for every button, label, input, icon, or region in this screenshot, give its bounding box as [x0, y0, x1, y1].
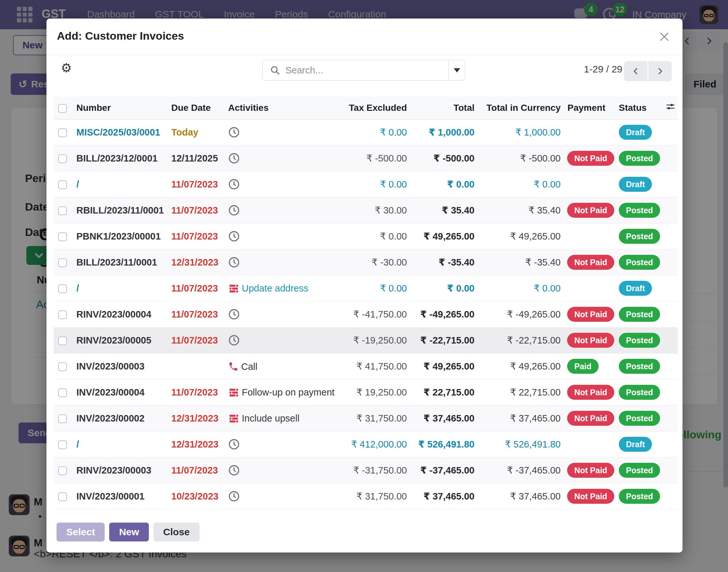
row-checkbox[interactable]	[58, 362, 67, 371]
activity-list-icon[interactable]	[228, 387, 239, 398]
search-input[interactable]	[285, 65, 448, 76]
table-row[interactable]: RINV/2023/0000311/07/2023₹ -31,750.00₹ -…	[54, 457, 678, 483]
column-header-status[interactable]: Status	[614, 96, 663, 119]
due-date: 11/07/2023	[171, 231, 218, 241]
table-row[interactable]: /12/31/2023₹ 412,000.00₹ 526,491.80₹ 526…	[54, 431, 678, 457]
activity-clock-icon[interactable]	[228, 152, 240, 164]
invoice-number-link[interactable]: RINV/2023/00003	[76, 465, 151, 476]
activity-clock-icon[interactable]	[228, 178, 240, 190]
total-amount: ₹ -22,715.00	[407, 327, 475, 353]
new-button[interactable]: New	[109, 522, 149, 542]
column-header-total[interactable]: Total	[407, 96, 475, 119]
activity-label[interactable]: Follow-up on payment	[242, 387, 335, 398]
activity-clock-icon[interactable]	[228, 438, 240, 450]
total-amount: ₹ 35.40	[407, 197, 475, 223]
activity-clock-icon[interactable]	[228, 308, 240, 320]
activity-clock-icon[interactable]	[228, 127, 240, 138]
table-row[interactable]: /11/07/2023Update address₹ 0.00₹ 0.00₹ 0…	[54, 275, 678, 301]
row-checkbox[interactable]	[58, 467, 67, 475]
invoice-number-link[interactable]: /	[76, 283, 79, 293]
activity-clock-icon[interactable]	[228, 335, 240, 346]
activity-phone-icon[interactable]	[228, 361, 238, 372]
table-row[interactable]: INV/2023/0000212/31/2023Include upsell₹ …	[54, 405, 678, 431]
select-button[interactable]: Select	[57, 522, 105, 542]
invoice-table: Number Due Date Activities Tax Excluded …	[54, 96, 678, 510]
column-header-tax-excluded[interactable]: Tax Excluded	[336, 96, 407, 119]
activity-list-icon[interactable]	[228, 283, 239, 294]
table-row[interactable]: INV/2023/00003Call₹ 41,750.00₹ 49,265.00…	[54, 353, 678, 379]
table-row[interactable]: RINV/2023/0000511/07/2023₹ -19,250.00₹ -…	[54, 327, 678, 353]
invoice-number-link[interactable]: INV/2023/00003	[76, 361, 145, 371]
row-checkbox[interactable]	[58, 336, 67, 345]
invoice-number-link[interactable]: INV/2023/00004	[76, 387, 145, 398]
invoice-number-link[interactable]: RINV/2023/00005	[76, 335, 151, 346]
status-badge: Posted	[619, 359, 660, 374]
table-row[interactable]: BILL/2023/11/000112/31/2023₹ -30.00₹ -35…	[54, 249, 678, 275]
search-options-toggle[interactable]	[448, 60, 465, 80]
row-checkbox[interactable]	[58, 206, 67, 215]
activity-label[interactable]: Update address	[242, 283, 308, 293]
column-header-payment[interactable]: Payment	[561, 96, 614, 119]
table-row[interactable]: /11/07/2023₹ 0.00₹ 0.00₹ 0.00Draft	[54, 171, 678, 197]
table-row[interactable]: MISC/2025/03/0001Today₹ 0.00₹ 1,000.00₹ …	[54, 119, 678, 145]
row-checkbox[interactable]	[58, 284, 67, 293]
invoice-number-link[interactable]: PBNK1/2023/00001	[76, 231, 161, 241]
invoice-number-link[interactable]: RBILL/2023/11/0001	[76, 205, 164, 215]
close-dialog-button[interactable]	[658, 30, 671, 43]
activity-list-icon[interactable]	[228, 413, 239, 424]
status-badge: Draft	[619, 177, 652, 192]
tax-excluded-amount: ₹ 31,750.00	[336, 405, 407, 431]
row-checkbox[interactable]	[58, 128, 67, 137]
table-row[interactable]: PBNK1/2023/0000111/07/2023₹ 0.00₹ 49,265…	[54, 223, 678, 249]
gear-icon[interactable]: ⚙	[61, 61, 72, 75]
row-checkbox[interactable]	[58, 388, 67, 397]
activity-label[interactable]: Call	[241, 361, 258, 371]
invoice-number-link[interactable]: RINV/2023/00004	[76, 309, 151, 319]
invoice-number-link[interactable]: INV/2023/00001	[76, 491, 145, 501]
row-checkbox[interactable]	[58, 440, 67, 449]
activity-clock-icon[interactable]	[228, 464, 240, 476]
invoice-number-link[interactable]: BILL/2023/12/0001	[76, 153, 158, 163]
column-header-activities[interactable]: Activities	[222, 96, 336, 119]
close-button[interactable]: Close	[153, 522, 200, 542]
table-row[interactable]: RINV/2023/0000411/07/2023₹ -41,750.00₹ -…	[54, 301, 678, 327]
activity-clock-icon[interactable]	[228, 490, 240, 502]
invoice-number-link[interactable]: MISC/2025/03/0001	[76, 127, 160, 138]
activity-label[interactable]: Include upsell	[242, 413, 299, 424]
column-header-due-date[interactable]: Due Date	[169, 96, 222, 119]
status-badge: Posted	[619, 411, 660, 426]
total-amount: ₹ 0.00	[407, 171, 475, 197]
select-all-checkbox[interactable]	[58, 104, 67, 113]
invoice-number-link[interactable]: /	[76, 439, 79, 449]
pager-next-button[interactable]	[648, 61, 672, 81]
invoice-number-link[interactable]: INV/2023/00002	[76, 413, 145, 424]
table-row[interactable]: INV/2023/0000110/23/2023₹ 31,750.00₹ 37,…	[54, 483, 678, 509]
row-checkbox[interactable]	[58, 414, 67, 423]
row-checkbox[interactable]	[58, 154, 67, 163]
optional-columns-button[interactable]	[663, 96, 678, 119]
total-in-currency-amount: ₹ 49,265.00	[475, 223, 561, 249]
column-header-number[interactable]: Number	[74, 96, 169, 119]
table-row[interactable]: INV/2023/0000411/07/2023Follow-up on pay…	[54, 379, 678, 405]
invoice-table-body: MISC/2025/03/0001Today₹ 0.00₹ 1,000.00₹ …	[54, 119, 678, 509]
row-checkbox[interactable]	[58, 181, 67, 189]
table-row[interactable]: RBILL/2023/11/000111/07/2023₹ 30.00₹ 35.…	[54, 197, 678, 223]
activity-clock-icon[interactable]	[228, 230, 240, 242]
row-checkbox[interactable]	[58, 492, 67, 501]
table-row[interactable]: BILL/2023/12/000112/11/2025₹ -500.00₹ -5…	[54, 145, 678, 171]
column-header-total-in-currency[interactable]: Total in Currency	[475, 96, 561, 119]
payment-badge: Not Paid	[567, 333, 614, 348]
payment-badge: Not Paid	[567, 385, 614, 400]
tax-excluded-amount: ₹ 0.00	[336, 223, 407, 249]
row-checkbox[interactable]	[58, 232, 67, 241]
pager-previous-button[interactable]	[624, 61, 647, 81]
activity-clock-icon[interactable]	[228, 257, 240, 268]
row-checkbox[interactable]	[58, 310, 67, 319]
invoice-number-link[interactable]: BILL/2023/11/0001	[76, 257, 157, 268]
row-checkbox[interactable]	[58, 259, 67, 267]
total-amount: ₹ 22,715.00	[407, 379, 475, 405]
activity-clock-icon[interactable]	[228, 204, 240, 216]
total-in-currency-amount: ₹ 526,491.80	[475, 431, 561, 457]
invoice-number-link[interactable]: /	[76, 179, 79, 190]
payment-badge: Not Paid	[567, 203, 614, 218]
